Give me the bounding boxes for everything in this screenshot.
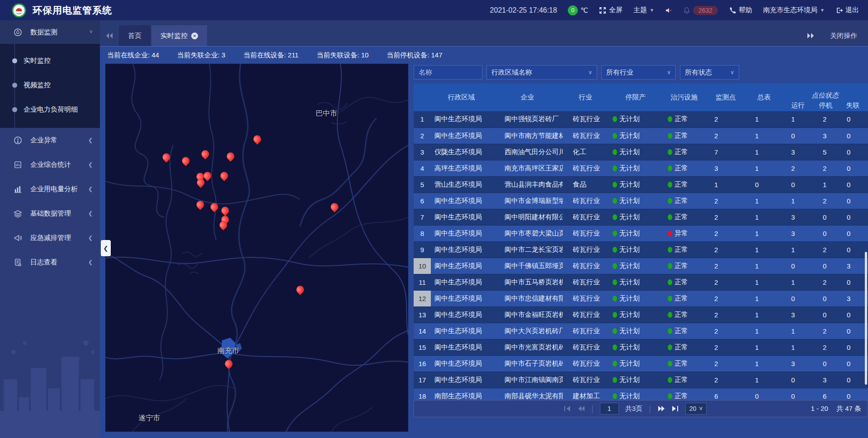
cell-pollution-status: 正常 (663, 290, 705, 306)
cell-pollution-status: 正常 (663, 355, 705, 372)
name-filter-input[interactable]: 名称 (414, 65, 482, 80)
cell-monitor-count: 2 (705, 372, 746, 388)
org-dropdown[interactable]: 南充市生态环境局 ▼ (763, 6, 825, 14)
cell-run-count: 1 (782, 339, 814, 355)
table-row[interactable]: 17阆中生态环境局阆中市江南镇阆南页岩砖瓦行业无计划正常21030 (414, 372, 868, 388)
sidebar-item-6[interactable]: 日志查看❮ (0, 250, 100, 274)
cell-industry: 砖瓦行业 (563, 209, 608, 225)
table-row[interactable]: 9阆中生态环境局阆中市二龙长宝页岩砖砖瓦行业无计划正常21120 (414, 241, 868, 258)
table-row[interactable]: 16阆中生态环境局阆中市石子页岩机砖厂砖瓦行业无计划正常21300 (414, 355, 868, 372)
chevron-down-icon: ∨ (730, 69, 734, 75)
table-row[interactable]: 15阆中生态环境局阆中市光富页岩机砖厂砖瓦行业无计划正常21120 (414, 339, 868, 355)
sidebar-subitem-企业电力负荷明细[interactable]: 企业电力负荷明细 (0, 97, 100, 122)
table-row[interactable]: 8阆中生态环境局阆中市枣碧大梁山页岩砖瓦行业无计划异常21300 (414, 225, 868, 241)
table-row[interactable]: 7阆中生态环境局阆中明阳建材有限公司砖瓦行业无计划正常21300 (414, 209, 868, 225)
logout-label: 退出 (845, 6, 859, 14)
logout-button[interactable]: 退出 (835, 6, 859, 14)
table-row[interactable]: 1阆中生态环境局阆中强锐页岩砖厂砖瓦行业无计划正常21120 (414, 111, 868, 127)
theme-dropdown[interactable]: 主题 ▼ (633, 6, 654, 14)
close-icon[interactable]: ✕ (191, 33, 198, 39)
alert-circle-icon (14, 136, 22, 145)
sidebar-item-3[interactable]: 企业用电量分析❮ (0, 177, 100, 201)
status-dot-icon (613, 165, 617, 171)
col-header-meter: 总表 (746, 84, 782, 111)
sidebar-item-label: 应急减排管理 (30, 234, 71, 242)
prev-page-button[interactable] (577, 405, 585, 412)
cell-industry: 砖瓦行业 (563, 290, 608, 306)
sidebar-subitem-实时监控[interactable]: 实时监控 (0, 48, 100, 73)
gauge-icon (14, 28, 22, 37)
cell-lost-count: 0 (838, 225, 868, 241)
sidebar-item-2[interactable]: 企业综合统计❮ (0, 152, 100, 177)
table-row[interactable]: 4高坪生态环境局南充市高坪区王家店建砖瓦行业无计划正常31220 (414, 160, 868, 176)
status-filter-select[interactable]: 所有状态 ∨ (680, 65, 739, 80)
industry-filter-select[interactable]: 所有行业 ∨ (601, 65, 676, 80)
last-page-button[interactable] (671, 405, 679, 412)
cell-index: 14 (414, 323, 431, 339)
status-dot-icon (668, 393, 672, 399)
sidebar-item-1[interactable]: 企业异常❮ (0, 128, 100, 152)
first-page-button[interactable] (563, 405, 571, 412)
table-row[interactable]: 5营山生态环境局营山县润丰肉食品有限食品无计划正常10010 (414, 176, 868, 193)
cell-lost-count: 0 (838, 372, 868, 388)
cell-run-count: 3 (782, 306, 814, 323)
mute-button[interactable] (665, 7, 672, 14)
sidebar-item-0[interactable]: 数据监测˅ (0, 20, 100, 44)
table-row[interactable]: 18南部生态环境局南部县砚华太泥有限公建材加工无计划正常60060 (414, 388, 868, 400)
table-row[interactable]: 11阆中生态环境局阆中市五马桥页岩机砖砖瓦行业无计划正常21120 (414, 274, 868, 290)
page-size-select[interactable]: 20 ˅ (685, 403, 707, 414)
cell-stopped-count: 0 (814, 355, 838, 372)
datetime-display: 2021-02-25 17:46:18 (490, 6, 557, 14)
table-row[interactable]: 2阆中生态环境局阆中市南方节能建材有砖瓦行业无计划正常21030 (414, 127, 868, 144)
table-row[interactable]: 14阆中生态环境局阆中大兴页岩机砖厂砖瓦行业无计划正常21120 (414, 323, 868, 339)
table-row[interactable]: 13阆中生态环境局阆中市金福旺页岩机砖砖瓦行业无计划正常21300 (414, 306, 868, 323)
sidebar-subitem-视频监控[interactable]: 视频监控 (0, 73, 100, 97)
status-dot-icon (668, 247, 672, 253)
cell-stop-status: 无计划 (608, 176, 663, 193)
table-row[interactable]: 10阆中生态环境局阆中千佛镇五郎垭页岩砖瓦行业无计划正常21003 (414, 258, 868, 274)
tabs-scroll-left-button[interactable] (100, 25, 119, 46)
cell-monitor-count: 2 (705, 306, 746, 323)
app-root: 环保用电监管系统 2021-02-25 17:46:18 0 ℃ 全屏 主题 ▼ (0, 0, 868, 438)
cell-stopped-count: 0 (814, 225, 838, 241)
sidebar-collapse-button[interactable]: ❮ (101, 240, 111, 256)
vertical-scrollbar[interactable] (865, 252, 867, 385)
city-skyline-watermark (0, 325, 100, 438)
status-dot-icon (613, 263, 617, 269)
tab-实时监控[interactable]: 实时监控✕ (151, 25, 207, 46)
sidebar-subitem-label: 视频监控 (24, 81, 51, 89)
chevron-down-icon: ∨ (667, 69, 671, 75)
status-dot-icon (668, 296, 672, 301)
close-operations-button[interactable]: 关闭操作 (830, 32, 857, 40)
cell-monitor-count: 2 (705, 127, 746, 144)
org-name: 南充市生态环境局 (763, 6, 817, 14)
table-row[interactable]: 3仪陇生态环境局西南油气田分公司川中化工无计划正常71350 (414, 144, 868, 160)
map-panel[interactable]: 巴中市南充市遂宁市 (105, 64, 408, 432)
sidebar-item-label: 日志查看 (30, 258, 57, 267)
cell-company: 阆中市石子页岩机砖厂 (492, 355, 563, 372)
cell-index: 15 (414, 339, 431, 355)
cell-pollution-status: 正常 (663, 274, 705, 290)
cell-meter-count: 1 (746, 193, 782, 209)
table-row[interactable]: 6阆中生态环境局阆中市金博瑞新型墙材砖瓦行业无计划正常21120 (414, 193, 868, 209)
next-page-button[interactable] (657, 405, 665, 412)
pager-divider: | (591, 404, 594, 414)
col-header-company: 企业 (492, 84, 563, 111)
table-row[interactable]: 12阆中生态环境局阆中市忠信建材有限公砖瓦行业无计划正常21003 (414, 290, 868, 306)
table-header: 行政区域 企业 行业 停限产 治污设施 监测点 总表 点位状态 运行 停机 失联 (414, 84, 868, 111)
tab-首页[interactable]: 首页 (119, 25, 151, 46)
notifications-button[interactable]: 2632 (683, 6, 718, 15)
tabs-scroll-right-button[interactable] (807, 33, 815, 39)
status-dot-icon (668, 165, 672, 171)
cell-run-count: 3 (782, 355, 814, 372)
sidebar-item-5[interactable]: 应急减排管理❮ (0, 226, 100, 250)
page-number-input[interactable] (600, 403, 619, 414)
help-button[interactable]: 帮助 (729, 6, 752, 14)
fullscreen-button[interactable]: 全屏 (599, 6, 623, 14)
sidebar-item-4[interactable]: 基础数据管理❮ (0, 201, 100, 226)
cell-stopped-count: 0 (814, 258, 838, 274)
region-filter-select[interactable]: 行政区域名称 ∨ (486, 65, 597, 80)
cell-index: 6 (414, 193, 431, 209)
cell-lost-count: 0 (838, 111, 868, 127)
cell-company: 阆中市金福旺页岩机砖 (492, 306, 563, 323)
